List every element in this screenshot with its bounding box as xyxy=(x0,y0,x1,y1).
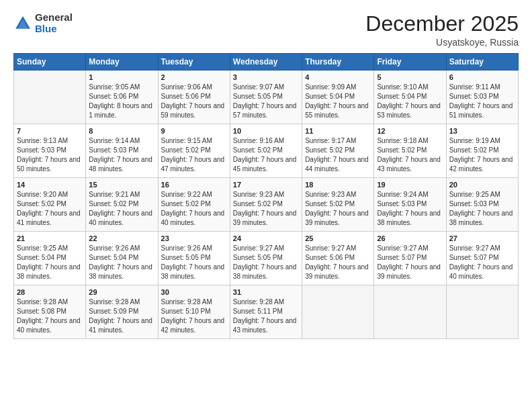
week-row-2: 7Sunrise: 9:13 AMSunset: 5:03 PMDaylight… xyxy=(14,124,519,178)
day-number: 16 xyxy=(161,181,227,189)
day-info: Sunrise: 9:27 AMSunset: 5:07 PMDaylight:… xyxy=(449,244,515,281)
day-info: Sunrise: 9:18 AMSunset: 5:02 PMDaylight:… xyxy=(377,136,443,174)
header: General Blue December 2025 Usyatskoye, R… xyxy=(13,12,519,48)
col-header-monday: Monday xyxy=(86,54,158,71)
day-cell: 19Sunrise: 9:24 AMSunset: 5:03 PMDayligh… xyxy=(374,178,446,232)
day-cell: 17Sunrise: 9:23 AMSunset: 5:02 PMDayligh… xyxy=(230,178,302,232)
day-cell: 26Sunrise: 9:27 AMSunset: 5:07 PMDayligh… xyxy=(374,232,446,285)
day-info: Sunrise: 9:27 AMSunset: 5:07 PMDaylight:… xyxy=(377,244,443,281)
day-cell: 31Sunrise: 9:28 AMSunset: 5:11 PMDayligh… xyxy=(230,285,302,339)
day-info: Sunrise: 9:19 AMSunset: 5:02 PMDaylight:… xyxy=(449,136,515,174)
day-info: Sunrise: 9:15 AMSunset: 5:02 PMDaylight:… xyxy=(161,136,227,174)
day-info: Sunrise: 9:27 AMSunset: 5:06 PMDaylight:… xyxy=(305,244,371,281)
day-cell: 7Sunrise: 9:13 AMSunset: 5:03 PMDaylight… xyxy=(14,124,86,178)
day-number: 17 xyxy=(233,181,299,189)
day-cell: 4Sunrise: 9:09 AMSunset: 5:04 PMDaylight… xyxy=(302,71,374,124)
day-info: Sunrise: 9:22 AMSunset: 5:02 PMDaylight:… xyxy=(161,190,227,228)
calendar-table: SundayMondayTuesdayWednesdayThursdayFrid… xyxy=(13,53,519,339)
day-cell: 25Sunrise: 9:27 AMSunset: 5:06 PMDayligh… xyxy=(302,232,374,285)
title-block: December 2025 Usyatskoye, Russia xyxy=(365,12,519,48)
day-cell: 21Sunrise: 9:25 AMSunset: 5:04 PMDayligh… xyxy=(14,232,86,285)
col-header-tuesday: Tuesday xyxy=(158,54,230,71)
day-cell: 20Sunrise: 9:25 AMSunset: 5:03 PMDayligh… xyxy=(446,178,518,232)
day-number: 26 xyxy=(377,234,443,242)
day-info: Sunrise: 9:17 AMSunset: 5:02 PMDaylight:… xyxy=(305,136,371,174)
day-number: 7 xyxy=(17,127,83,135)
day-cell: 2Sunrise: 9:06 AMSunset: 5:06 PMDaylight… xyxy=(158,71,230,124)
day-cell: 23Sunrise: 9:26 AMSunset: 5:05 PMDayligh… xyxy=(158,232,230,285)
day-number: 30 xyxy=(161,288,227,296)
logo-icon xyxy=(13,14,32,33)
day-info: Sunrise: 9:28 AMSunset: 5:08 PMDaylight:… xyxy=(17,298,83,335)
day-number: 27 xyxy=(449,234,515,242)
col-header-wednesday: Wednesday xyxy=(230,54,302,71)
day-info: Sunrise: 9:20 AMSunset: 5:02 PMDaylight:… xyxy=(17,190,83,228)
week-row-1: 1Sunrise: 9:05 AMSunset: 5:06 PMDaylight… xyxy=(14,71,519,124)
day-cell: 6Sunrise: 9:11 AMSunset: 5:03 PMDaylight… xyxy=(446,71,518,124)
logo-blue-text: Blue xyxy=(35,24,73,35)
logo: General Blue xyxy=(13,12,73,34)
day-number: 4 xyxy=(305,73,371,81)
day-number: 29 xyxy=(89,288,154,296)
header-row: SundayMondayTuesdayWednesdayThursdayFrid… xyxy=(14,54,519,71)
day-cell: 15Sunrise: 9:21 AMSunset: 5:02 PMDayligh… xyxy=(86,178,158,232)
day-number: 9 xyxy=(161,127,227,135)
day-info: Sunrise: 9:09 AMSunset: 5:04 PMDaylight:… xyxy=(305,83,371,120)
day-cell xyxy=(302,285,374,339)
day-number: 25 xyxy=(305,234,371,242)
day-number: 31 xyxy=(233,288,299,296)
day-number: 15 xyxy=(89,181,154,189)
day-info: Sunrise: 9:23 AMSunset: 5:02 PMDaylight:… xyxy=(305,190,371,228)
day-number: 13 xyxy=(449,127,515,135)
day-info: Sunrise: 9:10 AMSunset: 5:04 PMDaylight:… xyxy=(377,83,443,120)
col-header-thursday: Thursday xyxy=(302,54,374,71)
day-info: Sunrise: 9:28 AMSunset: 5:10 PMDaylight:… xyxy=(161,298,227,335)
day-number: 1 xyxy=(89,73,154,81)
logo-general-text: General xyxy=(35,12,73,24)
day-number: 12 xyxy=(377,127,443,135)
day-number: 18 xyxy=(305,181,371,189)
day-info: Sunrise: 9:26 AMSunset: 5:05 PMDaylight:… xyxy=(161,244,227,281)
day-info: Sunrise: 9:25 AMSunset: 5:04 PMDaylight:… xyxy=(17,244,83,281)
day-info: Sunrise: 9:24 AMSunset: 5:03 PMDaylight:… xyxy=(377,190,443,228)
day-info: Sunrise: 9:07 AMSunset: 5:05 PMDaylight:… xyxy=(233,83,299,120)
day-cell: 28Sunrise: 9:28 AMSunset: 5:08 PMDayligh… xyxy=(14,285,86,339)
day-info: Sunrise: 9:21 AMSunset: 5:02 PMDaylight:… xyxy=(89,190,154,228)
day-cell: 30Sunrise: 9:28 AMSunset: 5:10 PMDayligh… xyxy=(158,285,230,339)
day-cell xyxy=(446,285,518,339)
day-cell: 24Sunrise: 9:27 AMSunset: 5:05 PMDayligh… xyxy=(230,232,302,285)
col-header-friday: Friday xyxy=(374,54,446,71)
day-info: Sunrise: 9:16 AMSunset: 5:02 PMDaylight:… xyxy=(233,136,299,174)
day-number: 14 xyxy=(17,181,83,189)
day-info: Sunrise: 9:28 AMSunset: 5:09 PMDaylight:… xyxy=(89,298,154,335)
day-info: Sunrise: 9:11 AMSunset: 5:03 PMDaylight:… xyxy=(449,83,515,120)
week-row-4: 21Sunrise: 9:25 AMSunset: 5:04 PMDayligh… xyxy=(14,232,519,285)
day-number: 24 xyxy=(233,234,299,242)
day-cell: 13Sunrise: 9:19 AMSunset: 5:02 PMDayligh… xyxy=(446,124,518,178)
location: Usyatskoye, Russia xyxy=(365,37,519,48)
day-number: 3 xyxy=(233,73,299,81)
day-cell: 16Sunrise: 9:22 AMSunset: 5:02 PMDayligh… xyxy=(158,178,230,232)
day-cell xyxy=(374,285,446,339)
day-cell: 14Sunrise: 9:20 AMSunset: 5:02 PMDayligh… xyxy=(14,178,86,232)
day-number: 19 xyxy=(377,181,443,189)
day-cell: 11Sunrise: 9:17 AMSunset: 5:02 PMDayligh… xyxy=(302,124,374,178)
day-cell: 9Sunrise: 9:15 AMSunset: 5:02 PMDaylight… xyxy=(158,124,230,178)
day-cell: 27Sunrise: 9:27 AMSunset: 5:07 PMDayligh… xyxy=(446,232,518,285)
day-number: 6 xyxy=(449,73,515,81)
logo-text: General Blue xyxy=(35,12,73,34)
day-info: Sunrise: 9:27 AMSunset: 5:05 PMDaylight:… xyxy=(233,244,299,281)
week-row-3: 14Sunrise: 9:20 AMSunset: 5:02 PMDayligh… xyxy=(14,178,519,232)
day-cell xyxy=(14,71,86,124)
day-cell: 12Sunrise: 9:18 AMSunset: 5:02 PMDayligh… xyxy=(374,124,446,178)
day-number: 21 xyxy=(17,234,83,242)
day-cell: 8Sunrise: 9:14 AMSunset: 5:03 PMDaylight… xyxy=(86,124,158,178)
day-cell: 10Sunrise: 9:16 AMSunset: 5:02 PMDayligh… xyxy=(230,124,302,178)
day-cell: 22Sunrise: 9:26 AMSunset: 5:04 PMDayligh… xyxy=(86,232,158,285)
day-info: Sunrise: 9:13 AMSunset: 5:03 PMDaylight:… xyxy=(17,136,83,174)
day-cell: 18Sunrise: 9:23 AMSunset: 5:02 PMDayligh… xyxy=(302,178,374,232)
col-header-saturday: Saturday xyxy=(446,54,518,71)
day-number: 22 xyxy=(89,234,154,242)
day-cell: 1Sunrise: 9:05 AMSunset: 5:06 PMDaylight… xyxy=(86,71,158,124)
day-info: Sunrise: 9:14 AMSunset: 5:03 PMDaylight:… xyxy=(89,136,154,174)
